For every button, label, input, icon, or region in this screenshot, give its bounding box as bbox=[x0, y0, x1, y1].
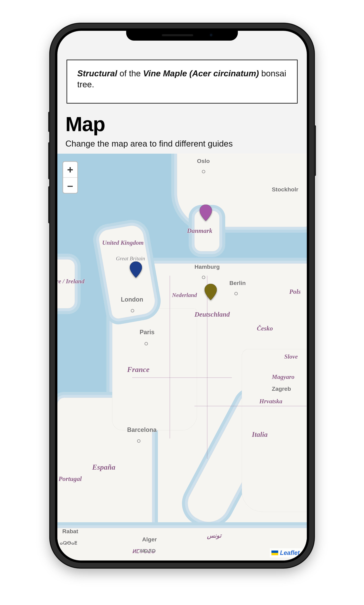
label-country-denmark: Danmark bbox=[187, 227, 212, 234]
label-country-cz: Česko bbox=[257, 325, 273, 332]
phone-frame: Structural of the Vine Maple (Acer circi… bbox=[50, 24, 314, 567]
device-notch bbox=[126, 28, 238, 41]
label-country-pt: Portugal bbox=[59, 475, 82, 482]
label-country-es: España bbox=[92, 463, 116, 472]
uk-pin[interactable] bbox=[130, 261, 142, 278]
label-country-nl: Nederland bbox=[172, 292, 197, 298]
zoom-out-button[interactable]: – bbox=[63, 177, 77, 193]
label-city-barcelona: Barcelona bbox=[127, 426, 156, 433]
label-city-berlin: Berlin bbox=[230, 280, 246, 286]
denmark-pin[interactable] bbox=[200, 205, 212, 221]
label-country-fr: France bbox=[127, 365, 149, 374]
label-country-de: Deutschland bbox=[195, 310, 230, 318]
label-country-it: Italia bbox=[252, 430, 268, 438]
label-city-alger: Alger bbox=[142, 536, 157, 543]
label-city-oslo: Oslo bbox=[197, 158, 210, 164]
map-attribution: Leaflet bbox=[270, 548, 302, 557]
label-city-rabat-ar: ⴰⵕⴱⴰⵟ bbox=[60, 540, 77, 546]
section-subtitle: Change the map area to find different gu… bbox=[65, 139, 299, 149]
label-country-hr: Hrvatska bbox=[259, 398, 282, 405]
section-title: Map bbox=[65, 112, 299, 136]
map-zoom-control: + – bbox=[63, 161, 78, 193]
germany-pin[interactable] bbox=[205, 284, 217, 300]
screen: Structural of the Vine Maple (Acer circi… bbox=[57, 31, 307, 561]
label-city-stockholm: Stockholr bbox=[272, 186, 298, 193]
label-country-hu: Magyaro bbox=[272, 373, 294, 380]
label-city-paris: Paris bbox=[140, 329, 155, 336]
map-container: United Kingdom Great Britain re / Irelan… bbox=[57, 154, 307, 561]
leaflet-link[interactable]: Leaflet bbox=[280, 549, 299, 556]
label-country-pl: Pols bbox=[289, 288, 301, 295]
label-region-gb: Great Britain bbox=[116, 255, 145, 262]
guide-callout-text: Structural of the Vine Maple (Acer circi… bbox=[77, 68, 287, 90]
city-dot-barcelona bbox=[137, 439, 141, 443]
label-city-hamburg: Hamburg bbox=[195, 263, 220, 270]
label-city-zagreb: Zagreb bbox=[272, 386, 291, 392]
label-country-si: Slove bbox=[284, 353, 298, 360]
label-city-alger-ar: ⴷⵣⴰⵢⵔ bbox=[140, 548, 156, 554]
map[interactable]: United Kingdom Great Britain re / Irelan… bbox=[57, 154, 307, 561]
label-country-uk: United Kingdom bbox=[102, 239, 144, 246]
guide-callout-card[interactable]: Structural of the Vine Maple (Acer circi… bbox=[66, 60, 298, 103]
label-country-ireland: re / Ireland bbox=[57, 278, 85, 285]
label-city-london: London bbox=[121, 296, 143, 303]
ukraine-flag-icon bbox=[272, 551, 278, 555]
label-country-tn: تونس bbox=[207, 532, 221, 539]
zoom-in-button[interactable]: + bbox=[63, 162, 77, 177]
label-city-rabat: Rabat bbox=[62, 528, 78, 535]
